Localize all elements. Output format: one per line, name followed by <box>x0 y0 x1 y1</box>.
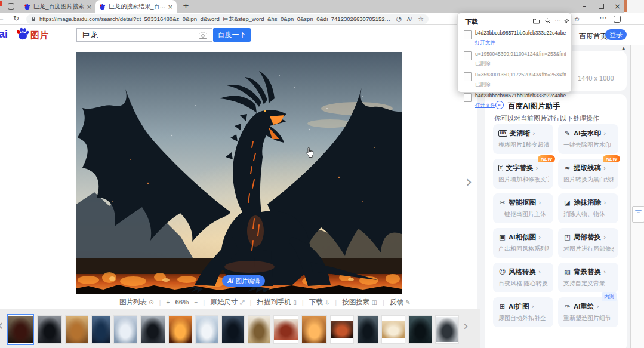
ai-tool-card[interactable]: ◪ 涂抹消除 › 消除人物、物体 <box>558 193 618 223</box>
chevron-right-icon: › <box>597 303 599 310</box>
thumbnail-image <box>141 316 165 343</box>
main-image-dragon[interactable] <box>76 52 402 294</box>
tool-name: 提取线稿 <box>574 164 601 173</box>
original-size-icon: ⤢ <box>240 299 245 306</box>
new-tab-button[interactable]: + <box>183 1 189 10</box>
ai-image-edit-button[interactable]: Ai 图片编辑 <box>222 275 265 287</box>
thumbnail-item[interactable] <box>91 315 110 344</box>
chevron-right-icon: › <box>538 268 541 276</box>
ai-tool-card[interactable]: ✂ 智能抠图 › 一键抠出图片主体 <box>493 193 553 223</box>
download-item[interactable]: b4d23bbccb98571bb0afeb333e22c4abe8a8ca75… <box>458 27 571 48</box>
open-folder-icon[interactable] <box>533 18 540 24</box>
thumbnail-item[interactable] <box>408 315 432 344</box>
url-text: https://image.baidu.com/search/detail?ct… <box>39 16 392 23</box>
ai-tool-card[interactable]: 内测 ✑ AI重绘 › 重新塑造图片细节 <box>558 297 618 327</box>
tab-close-icon[interactable]: × <box>168 4 173 10</box>
read-aloud-icon[interactable]: A) <box>406 13 412 24</box>
thumbnail-item[interactable] <box>381 315 405 344</box>
ai-tool-card[interactable]: NEW T 文字替换 › 图片增加和修改文字 <box>493 159 553 189</box>
image-resolution: 1440 x 1080 <box>578 75 614 82</box>
thumbs-next-chevron[interactable]: › <box>463 318 469 333</box>
feedback-icon: ✎ <box>405 299 410 306</box>
thumbnail-item[interactable] <box>113 315 137 344</box>
download-status[interactable]: 已删除 <box>475 81 491 88</box>
immersive-reader-icon[interactable]: ◔ <box>396 14 402 24</box>
zoom-out-button[interactable]: − <box>194 299 198 306</box>
tool-badge: NEW <box>603 155 620 162</box>
feedback-button[interactable]: 反馈 ✎ <box>390 298 411 307</box>
download-button[interactable]: 下载 ⇩ <box>309 298 330 307</box>
thumbnail-item[interactable] <box>195 315 218 344</box>
file-icon <box>464 30 472 39</box>
zoom-in-button[interactable]: + <box>167 299 170 306</box>
pin-downloads-icon[interactable] <box>563 18 569 24</box>
sidebar-toggle-icon[interactable] <box>614 16 621 23</box>
thumbs-prev-chevron[interactable]: ‹ <box>0 317 4 334</box>
scroll-up-arrow[interactable]: ▲ <box>622 46 625 51</box>
edge-widget[interactable] <box>632 206 644 223</box>
scan-to-phone-button[interactable]: 扫描到手机 ▯ <box>257 298 297 307</box>
thumbnail-image <box>222 316 244 343</box>
browser-tab[interactable]: 巨龙_百度图片搜索 × <box>20 0 95 13</box>
thumbnail-item[interactable] <box>301 315 327 344</box>
downloads-more-icon[interactable]: … <box>554 16 561 23</box>
tool-description: 图片转换为黑白线稿 <box>563 175 614 184</box>
tab-actions-icon[interactable] <box>8 3 14 10</box>
ai-tool-card[interactable]: HD 变清晰 › 模糊图片1秒变超清 <box>493 124 553 154</box>
back-icon[interactable]: ← <box>0 14 4 23</box>
search-by-image-button[interactable]: 按图搜索 ◫ <box>342 298 377 307</box>
thumbnail-item[interactable] <box>330 315 354 344</box>
thumbnail-item[interactable] <box>168 315 192 344</box>
thumbnail-item[interactable] <box>248 315 270 344</box>
chevron-right-icon: › <box>603 199 606 207</box>
thumbnail-item[interactable] <box>221 315 245 344</box>
original-size-button[interactable]: 原始尺寸 ⤢ <box>210 298 244 307</box>
thumbnail-item[interactable] <box>273 315 298 344</box>
thumbnail-item[interactable] <box>140 315 165 344</box>
thumbnail-image <box>114 316 137 343</box>
download-item[interactable]: u=3593001350,1172520943&fm=253&fmt=auto&… <box>458 69 571 90</box>
next-image-chevron[interactable]: › <box>466 172 472 192</box>
more-menu-icon[interactable]: ⋯ <box>599 13 607 22</box>
thumbnail-item[interactable] <box>65 315 88 344</box>
favorite-star-icon[interactable]: ☆ <box>418 14 424 24</box>
image-list-button[interactable]: 图片列表 ⊙ <box>119 298 154 307</box>
download-item[interactable]: b4d23bbccb98571bb0afeb333e22c4abe8a8ca75… <box>458 90 571 111</box>
baidu-home-link[interactable]: 百度首页 <box>579 32 608 42</box>
address-bar[interactable]: https://image.baidu.com/search/detail?ct… <box>26 14 429 24</box>
window-close-button[interactable]: × <box>614 2 621 11</box>
thumbnail-image <box>358 316 378 343</box>
ai-tool-card[interactable]: ⊞ AI扩图 › 原图自动外拓补全 <box>493 297 553 327</box>
download-status[interactable]: 打开文件 <box>475 39 495 47</box>
thumbnail-item[interactable] <box>435 315 459 344</box>
download-status[interactable]: 打开文件 <box>475 102 495 109</box>
login-button[interactable]: 登录 <box>605 29 627 40</box>
download-filename: b4d23bbccb98571bb0afeb333e22c4abe8a8ca75… <box>475 93 566 98</box>
ai-tool-card[interactable]: ▣ AI相似图 › 产出相同风格系列图 <box>493 228 553 258</box>
thumbnail-item[interactable] <box>37 315 62 344</box>
download-filename: u=3593001350,1172520943&fm=253&fmt=auto&… <box>475 72 566 78</box>
thumbnail-list <box>7 314 459 345</box>
browser-tab[interactable]: 巨龙的搜索结果_百度图片搜索 × <box>95 0 177 13</box>
tool-icon: ✂ <box>498 199 506 207</box>
ai-tool-card[interactable]: ▨ 背景替换 › 支持自定义背景 <box>558 263 618 292</box>
ai-tool-card[interactable]: ✎ AI去水印 › 一键去除图片水印 <box>558 124 618 154</box>
download-status[interactable]: 已删除 <box>475 60 491 67</box>
download-item[interactable]: u=1950045399,911004124&fm=253&fmt=auto&a… <box>458 48 571 69</box>
thumbnail-item[interactable] <box>7 314 34 345</box>
thumbnail-item[interactable] <box>357 315 378 344</box>
collections-icon[interactable]: ✩ <box>574 16 580 23</box>
search-button[interactable]: 百度一下 <box>213 28 251 42</box>
tab-close-icon[interactable]: × <box>87 4 92 10</box>
window-minimize-button[interactable]: – <box>583 2 586 10</box>
ai-tool-card[interactable]: NEW ≈ 提取线稿 › 图片转换为黑白线稿 <box>558 159 618 189</box>
window-maximize-button[interactable] <box>599 4 604 9</box>
ai-tool-card[interactable]: ☺ 风格转换 › 百变风格 随心转换 <box>493 263 553 292</box>
camera-icon[interactable] <box>199 32 207 39</box>
refresh-icon[interactable]: ↻ <box>13 14 19 23</box>
thumbnail-image <box>196 316 218 343</box>
search-input[interactable]: 巨龙 <box>76 28 212 42</box>
ai-tool-card[interactable]: ◳ 局部替换 › 对图片进行局部修改 <box>558 228 618 258</box>
tool-description: 图片增加和修改文字 <box>498 175 549 184</box>
search-downloads-icon[interactable] <box>545 18 551 24</box>
